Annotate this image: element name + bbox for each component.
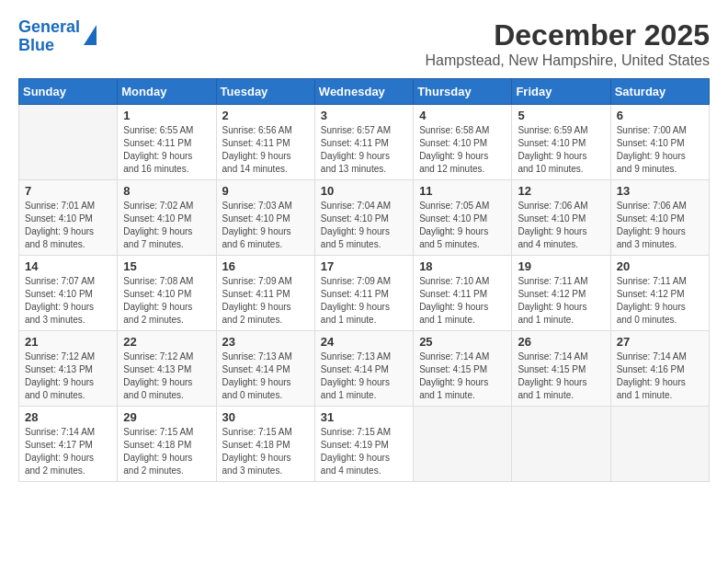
calendar-cell: 28Sunrise: 7:14 AM Sunset: 4:17 PM Dayli…: [19, 407, 118, 482]
calendar-cell: [19, 105, 118, 180]
calendar-cell: 12Sunrise: 7:06 AM Sunset: 4:10 PM Dayli…: [512, 180, 610, 256]
day-number: 5: [518, 109, 604, 122]
calendar-cell: 5Sunrise: 6:59 AM Sunset: 4:10 PM Daylig…: [512, 105, 610, 180]
calendar-cell: 13Sunrise: 7:06 AM Sunset: 4:10 PM Dayli…: [610, 180, 709, 256]
calendar-cell: 20Sunrise: 7:11 AM Sunset: 4:12 PM Dayli…: [610, 256, 709, 331]
day-info: Sunrise: 7:14 AM Sunset: 4:16 PM Dayligh…: [617, 350, 703, 402]
day-number: 2: [222, 109, 309, 122]
day-number: 6: [617, 109, 703, 122]
calendar-cell: 17Sunrise: 7:09 AM Sunset: 4:11 PM Dayli…: [314, 256, 413, 331]
day-info: Sunrise: 7:09 AM Sunset: 4:11 PM Dayligh…: [222, 275, 309, 327]
day-number: 26: [518, 335, 604, 349]
calendar-cell: 9Sunrise: 7:03 AM Sunset: 4:10 PM Daylig…: [216, 180, 314, 256]
location-title: Hampstead, New Hampshire, United States: [426, 52, 710, 69]
day-info: Sunrise: 7:10 AM Sunset: 4:11 PM Dayligh…: [419, 275, 506, 327]
calendar-week-row: 28Sunrise: 7:14 AM Sunset: 4:17 PM Dayli…: [19, 407, 710, 482]
calendar-cell: 7Sunrise: 7:01 AM Sunset: 4:10 PM Daylig…: [19, 180, 118, 256]
day-number: 31: [321, 410, 407, 424]
logo-line1: General: [18, 17, 80, 36]
calendar-day-header: Monday: [118, 79, 216, 105]
calendar-cell: 21Sunrise: 7:12 AM Sunset: 4:13 PM Dayli…: [19, 331, 118, 407]
day-number: 23: [222, 335, 309, 349]
day-number: 13: [617, 184, 703, 198]
day-info: Sunrise: 6:59 AM Sunset: 4:10 PM Dayligh…: [518, 124, 604, 176]
day-info: Sunrise: 7:03 AM Sunset: 4:10 PM Dayligh…: [222, 200, 309, 251]
day-number: 17: [321, 259, 407, 273]
calendar-cell: 2Sunrise: 6:56 AM Sunset: 4:11 PM Daylig…: [216, 105, 314, 180]
day-info: Sunrise: 6:56 AM Sunset: 4:11 PM Dayligh…: [222, 124, 309, 176]
logo-text: General Blue: [18, 18, 80, 55]
calendar-cell: 25Sunrise: 7:14 AM Sunset: 4:15 PM Dayli…: [414, 331, 512, 407]
day-info: Sunrise: 6:57 AM Sunset: 4:11 PM Dayligh…: [321, 124, 407, 176]
day-number: 19: [518, 259, 604, 273]
day-number: 16: [222, 259, 309, 273]
day-info: Sunrise: 7:14 AM Sunset: 4:15 PM Dayligh…: [518, 350, 604, 402]
title-block: December 2025 Hampstead, New Hampshire, …: [426, 18, 710, 69]
day-number: 1: [123, 109, 210, 122]
calendar-day-header: Sunday: [19, 79, 118, 105]
day-info: Sunrise: 7:02 AM Sunset: 4:10 PM Dayligh…: [123, 200, 210, 251]
calendar-cell: 1Sunrise: 6:55 AM Sunset: 4:11 PM Daylig…: [118, 105, 216, 180]
calendar-cell: 26Sunrise: 7:14 AM Sunset: 4:15 PM Dayli…: [512, 331, 610, 407]
day-info: Sunrise: 7:09 AM Sunset: 4:11 PM Dayligh…: [321, 275, 407, 327]
calendar-week-row: 14Sunrise: 7:07 AM Sunset: 4:10 PM Dayli…: [19, 256, 710, 331]
day-number: 28: [25, 410, 111, 424]
day-number: 4: [419, 109, 506, 122]
day-number: 11: [419, 184, 506, 198]
calendar-cell: 22Sunrise: 7:12 AM Sunset: 4:13 PM Dayli…: [118, 331, 216, 407]
day-number: 10: [321, 184, 407, 198]
day-info: Sunrise: 7:04 AM Sunset: 4:10 PM Dayligh…: [321, 200, 407, 251]
calendar-week-row: 1Sunrise: 6:55 AM Sunset: 4:11 PM Daylig…: [19, 105, 710, 180]
day-info: Sunrise: 7:07 AM Sunset: 4:10 PM Dayligh…: [25, 275, 111, 327]
calendar-cell: 14Sunrise: 7:07 AM Sunset: 4:10 PM Dayli…: [19, 256, 118, 331]
calendar-day-header: Tuesday: [216, 79, 314, 105]
day-number: 24: [321, 335, 407, 349]
calendar-cell: [512, 407, 610, 482]
day-info: Sunrise: 7:14 AM Sunset: 4:15 PM Dayligh…: [419, 350, 506, 402]
day-number: 25: [419, 335, 506, 349]
day-number: 15: [123, 259, 210, 273]
day-number: 20: [617, 259, 703, 273]
calendar-cell: 15Sunrise: 7:08 AM Sunset: 4:10 PM Dayli…: [118, 256, 216, 331]
day-number: 12: [518, 184, 604, 198]
day-info: Sunrise: 7:14 AM Sunset: 4:17 PM Dayligh…: [25, 426, 111, 477]
calendar-cell: 10Sunrise: 7:04 AM Sunset: 4:10 PM Dayli…: [314, 180, 413, 256]
calendar-cell: 11Sunrise: 7:05 AM Sunset: 4:10 PM Dayli…: [414, 180, 512, 256]
logo-icon: [84, 25, 97, 45]
day-number: 27: [617, 335, 703, 349]
day-info: Sunrise: 7:13 AM Sunset: 4:14 PM Dayligh…: [321, 350, 407, 402]
day-number: 14: [25, 259, 111, 273]
calendar-cell: 8Sunrise: 7:02 AM Sunset: 4:10 PM Daylig…: [118, 180, 216, 256]
day-number: 8: [123, 184, 210, 198]
calendar-cell: 29Sunrise: 7:15 AM Sunset: 4:18 PM Dayli…: [118, 407, 216, 482]
calendar-cell: 18Sunrise: 7:10 AM Sunset: 4:11 PM Dayli…: [414, 256, 512, 331]
calendar-cell: 16Sunrise: 7:09 AM Sunset: 4:11 PM Dayli…: [216, 256, 314, 331]
day-info: Sunrise: 7:01 AM Sunset: 4:10 PM Dayligh…: [25, 200, 111, 251]
day-info: Sunrise: 6:55 AM Sunset: 4:11 PM Dayligh…: [123, 124, 210, 176]
day-info: Sunrise: 7:08 AM Sunset: 4:10 PM Dayligh…: [123, 275, 210, 327]
calendar-cell: 30Sunrise: 7:15 AM Sunset: 4:18 PM Dayli…: [216, 407, 314, 482]
calendar-table: SundayMondayTuesdayWednesdayThursdayFrid…: [18, 78, 710, 482]
day-info: Sunrise: 7:06 AM Sunset: 4:10 PM Dayligh…: [518, 200, 604, 251]
calendar-cell: 3Sunrise: 6:57 AM Sunset: 4:11 PM Daylig…: [314, 105, 413, 180]
logo: General Blue: [18, 18, 97, 55]
calendar-day-header: Saturday: [610, 79, 709, 105]
day-info: Sunrise: 7:05 AM Sunset: 4:10 PM Dayligh…: [419, 200, 506, 251]
calendar-cell: 31Sunrise: 7:15 AM Sunset: 4:19 PM Dayli…: [314, 407, 413, 482]
day-info: Sunrise: 7:13 AM Sunset: 4:14 PM Dayligh…: [222, 350, 309, 402]
calendar-cell: [414, 407, 512, 482]
day-info: Sunrise: 7:15 AM Sunset: 4:18 PM Dayligh…: [123, 426, 210, 477]
day-info: Sunrise: 7:15 AM Sunset: 4:19 PM Dayligh…: [321, 426, 407, 477]
calendar-header-row: SundayMondayTuesdayWednesdayThursdayFrid…: [19, 79, 710, 105]
day-number: 22: [123, 335, 210, 349]
calendar-week-row: 21Sunrise: 7:12 AM Sunset: 4:13 PM Dayli…: [19, 331, 710, 407]
month-title: December 2025: [426, 18, 710, 52]
calendar-day-header: Friday: [512, 79, 610, 105]
calendar-day-header: Wednesday: [314, 79, 413, 105]
day-info: Sunrise: 7:00 AM Sunset: 4:10 PM Dayligh…: [617, 124, 703, 176]
day-number: 18: [419, 259, 506, 273]
calendar-week-row: 7Sunrise: 7:01 AM Sunset: 4:10 PM Daylig…: [19, 180, 710, 256]
calendar-cell: 24Sunrise: 7:13 AM Sunset: 4:14 PM Dayli…: [314, 331, 413, 407]
day-number: 30: [222, 410, 309, 424]
logo-line2: Blue: [18, 36, 54, 54]
